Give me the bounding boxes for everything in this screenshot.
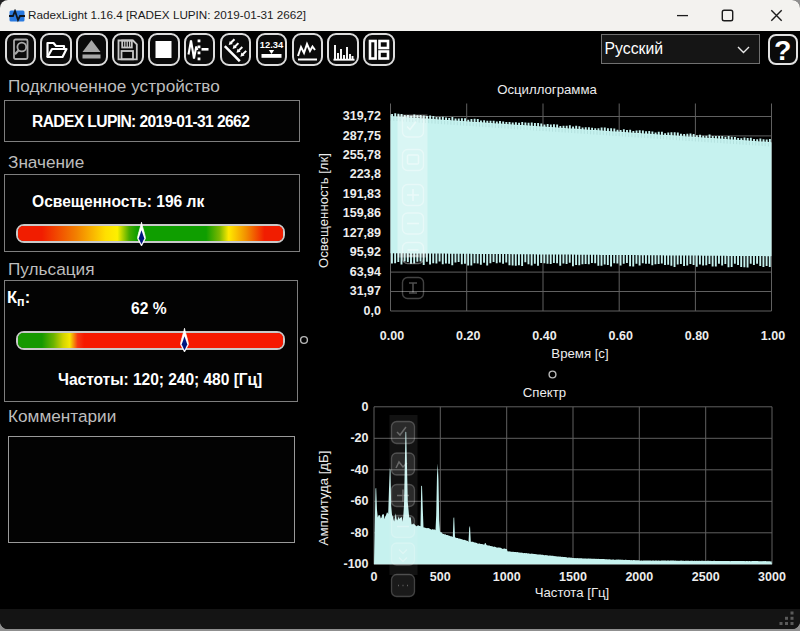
svg-text:-20: -20 xyxy=(350,431,368,445)
svg-text:0: 0 xyxy=(371,570,378,584)
svg-text:Частота [Гц]: Частота [Гц] xyxy=(535,585,610,600)
svg-text:Осциллограмма: Осциллограмма xyxy=(497,82,597,97)
svg-text:0.80: 0.80 xyxy=(685,329,709,343)
svg-text:255,78: 255,78 xyxy=(343,148,381,162)
svg-text:63,94: 63,94 xyxy=(350,265,381,279)
svg-text:95,92: 95,92 xyxy=(350,245,381,259)
svg-text:1000: 1000 xyxy=(493,570,521,584)
svg-text:12.34: 12.34 xyxy=(260,38,284,49)
svg-text:287,75: 287,75 xyxy=(343,129,381,143)
svg-text:0.60: 0.60 xyxy=(609,329,633,343)
svg-text:0: 0 xyxy=(362,400,369,414)
svg-text:-40: -40 xyxy=(350,463,368,477)
svg-text:Спектр: Спектр xyxy=(523,385,566,400)
svg-text:0.40: 0.40 xyxy=(532,329,556,343)
svg-text:500: 500 xyxy=(430,570,451,584)
svg-text:1.00: 1.00 xyxy=(761,329,785,343)
svg-text:0.00: 0.00 xyxy=(380,329,404,343)
svg-text:Амплитуда [дБ]: Амплитуда [дБ] xyxy=(316,451,331,546)
svg-text:-100: -100 xyxy=(343,557,368,571)
svg-text:159,86: 159,86 xyxy=(343,206,381,220)
svg-text:-80: -80 xyxy=(350,526,368,540)
svg-text:-60: -60 xyxy=(350,494,368,508)
svg-text:Освещенность [лк]: Освещенность [лк] xyxy=(316,153,331,268)
svg-text:3000: 3000 xyxy=(758,570,786,584)
svg-text:Время [с]: Время [с] xyxy=(551,346,608,361)
svg-text:1500: 1500 xyxy=(559,570,587,584)
svg-text:127,89: 127,89 xyxy=(343,226,381,240)
svg-text:0,0: 0,0 xyxy=(364,304,381,318)
svg-text:31,97: 31,97 xyxy=(350,284,381,298)
svg-text:319,72: 319,72 xyxy=(343,109,381,123)
svg-text:191,83: 191,83 xyxy=(343,187,381,201)
svg-text:2500: 2500 xyxy=(692,570,720,584)
svg-text:0.20: 0.20 xyxy=(456,329,480,343)
svg-text:2000: 2000 xyxy=(625,570,653,584)
svg-text:223,8: 223,8 xyxy=(350,167,381,181)
